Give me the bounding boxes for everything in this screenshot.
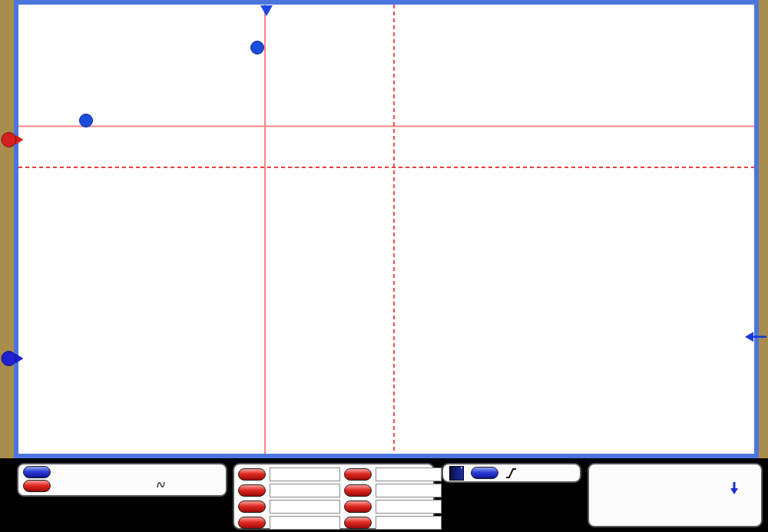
invdt-pill	[344, 517, 372, 529]
v1-value	[270, 468, 340, 481]
oscilloscope-screen	[0, 0, 768, 532]
invdt-value	[376, 516, 442, 530]
rising-edge-icon	[505, 467, 517, 480]
channel-settings-panel[interactable]	[17, 463, 227, 497]
dv-value	[270, 500, 340, 514]
trigger-source-badge[interactable]	[471, 467, 498, 479]
cursor-a-marker[interactable]	[251, 41, 264, 55]
ch1-badge[interactable]	[23, 466, 51, 478]
v2-value	[270, 484, 340, 497]
dvdt-pill	[238, 517, 266, 529]
t2-value	[376, 484, 442, 497]
v2-pill	[238, 484, 266, 497]
v1-pill	[238, 468, 266, 481]
marker-down-icon	[730, 481, 739, 495]
channel-2-row[interactable]	[23, 479, 221, 494]
cursor-b-marker[interactable]	[80, 114, 93, 127]
t2-pill	[344, 484, 372, 497]
status-bar	[0, 458, 768, 532]
horizontal-panel[interactable]	[588, 463, 763, 527]
ch1-position-marker[interactable]	[2, 352, 24, 366]
trigger-panel[interactable]	[442, 463, 581, 483]
t1-pill	[344, 468, 372, 481]
ac-coupling-icon	[149, 479, 167, 494]
status-row	[594, 481, 756, 495]
t1-value	[376, 468, 442, 481]
trigger-a-icon[interactable]	[449, 466, 464, 481]
dt-value	[376, 500, 442, 514]
channel-1-row[interactable]	[23, 466, 221, 478]
cursor-readout-panel[interactable]	[233, 463, 435, 530]
trigger-position-marker[interactable]	[260, 5, 273, 16]
dv-pill	[238, 501, 266, 513]
dt-pill	[344, 501, 372, 513]
ch2-position-marker[interactable]	[2, 133, 24, 147]
ch2-badge[interactable]	[23, 480, 51, 492]
dvdt-value	[270, 516, 340, 530]
trigger-level-arrow[interactable]	[745, 332, 766, 342]
